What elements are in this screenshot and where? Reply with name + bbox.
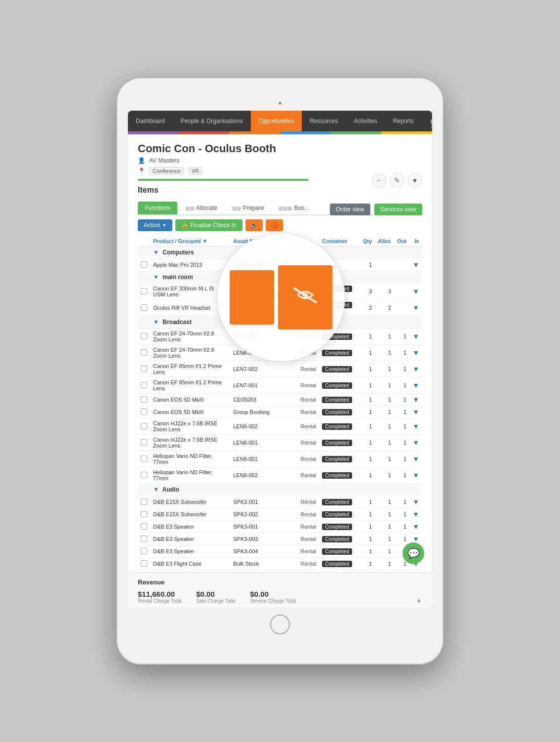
- row-checkbox[interactable]: [141, 333, 147, 339]
- chevron-icon[interactable]: ▼: [412, 408, 419, 416]
- tab-allocate[interactable]: ▦▦ Allocate: [178, 202, 224, 214]
- header-product[interactable]: Product / Grouped ▼: [150, 236, 230, 247]
- row-checkbox[interactable]: [141, 498, 147, 505]
- row-checkbox[interactable]: [141, 536, 147, 542]
- row-checkbox[interactable]: [141, 409, 147, 415]
- row-checkbox[interactable]: [141, 288, 147, 294]
- row-checkbox[interactable]: [141, 439, 147, 446]
- chevron-icon[interactable]: ▼: [412, 381, 419, 389]
- order-view-button[interactable]: Order view: [330, 204, 370, 215]
- status-badge: Completed: [322, 397, 352, 403]
- finalise-checkin-button[interactable]: 🔒 Finalise Check-In: [175, 219, 242, 231]
- row-checkbox[interactable]: [141, 560, 147, 567]
- favorite-button[interactable]: ♥: [407, 173, 422, 188]
- hide-button[interactable]: 🚫: [266, 219, 283, 231]
- item-in: ▼: [409, 284, 422, 300]
- pin-icon: 📍: [138, 167, 145, 174]
- row-checkbox[interactable]: [141, 548, 147, 554]
- nav-dashboard[interactable]: Dashboard: [128, 111, 173, 131]
- title-area: Comic Con - Oculus Booth 👤 AV Masters 📍 …: [128, 134, 432, 202]
- header-checkbox: [138, 236, 150, 247]
- tag-vr[interactable]: VR: [188, 167, 202, 175]
- chevron-icon[interactable]: ▼: [412, 439, 419, 447]
- item-out: 1: [394, 496, 409, 508]
- chevron-icon[interactable]: ▼: [412, 422, 419, 430]
- ipad-home-button[interactable]: [270, 615, 290, 634]
- ipad-frame: Dashboard People & Organisations Opportu…: [117, 78, 443, 664]
- tab-book[interactable]: ▦▦▦ Boo...: [272, 202, 316, 214]
- rental-desc: Rental Charge Total: [138, 598, 181, 604]
- row-checkbox[interactable]: [141, 511, 147, 517]
- chevron-icon[interactable]: ▼: [412, 365, 419, 373]
- action-button[interactable]: Action ▼: [138, 219, 172, 231]
- tab-functions[interactable]: Functions: [138, 202, 177, 214]
- item-qty: 1: [360, 329, 375, 345]
- row-checkbox[interactable]: [141, 396, 147, 403]
- chevron-icon[interactable]: ▼: [412, 304, 419, 312]
- nav-activities[interactable]: Activities: [346, 111, 385, 131]
- chevron-icon[interactable]: ▼: [412, 523, 419, 531]
- back-button[interactable]: ←: [372, 173, 387, 188]
- mute-button[interactable]: 🔈: [245, 219, 263, 231]
- tag-conference[interactable]: Conference: [149, 167, 184, 175]
- item-status: Completed: [319, 451, 360, 467]
- table-row: D&B E15X Subwoofer SPK2-002 Rental Compl…: [138, 508, 422, 521]
- chevron-icon[interactable]: ▼: [412, 288, 419, 295]
- row-checkbox[interactable]: [141, 455, 147, 462]
- nav-resources[interactable]: Resources: [302, 111, 346, 131]
- chevron-icon[interactable]: ▼: [412, 498, 419, 506]
- ipad-top-button: [279, 102, 281, 105]
- item-out: 1: [394, 521, 409, 533]
- chevron-icon[interactable]: ▼: [412, 471, 419, 479]
- row-checkbox[interactable]: [141, 349, 147, 356]
- item-status: Completed: [319, 435, 360, 451]
- row-checkbox[interactable]: [141, 423, 147, 429]
- item-qty: 2: [360, 300, 375, 316]
- status-badge: Completed: [322, 561, 352, 567]
- chevron-icon[interactable]: ▼: [412, 349, 419, 357]
- nav-opportunities[interactable]: Opportunities: [251, 111, 302, 131]
- item-qty: 1: [360, 533, 375, 545]
- row-checkbox[interactable]: [141, 523, 147, 530]
- item-status: Completed: [319, 521, 360, 533]
- table-row: Heliopan Vario ND Filter, 77mm LEN9-002 …: [138, 467, 422, 484]
- chevron-icon[interactable]: ▼: [412, 510, 419, 518]
- item-qty: 1: [360, 467, 375, 484]
- chevron-icon[interactable]: ▼: [412, 261, 419, 269]
- revenue-items: $11,660.00 Rental Charge Total $0.00 Sal…: [138, 590, 422, 604]
- chevron-icon[interactable]: ▼: [412, 455, 419, 463]
- page-meta: 👤 AV Masters: [138, 157, 422, 164]
- asset-number: Bulk Stock: [230, 558, 297, 570]
- row-checkbox[interactable]: [141, 382, 147, 388]
- chevron-icon[interactable]: ▼: [412, 332, 419, 340]
- item-in: ▼: [409, 467, 422, 484]
- table-group-header[interactable]: ▼ Audio: [138, 484, 422, 496]
- scroll-up-arrow[interactable]: ▲: [415, 596, 422, 604]
- services-view-button[interactable]: Services view: [374, 204, 422, 215]
- table-row: Canon HJ22e x 7.6B IRSE Zoom Lens LEN8-0…: [138, 418, 422, 435]
- item-status: Completed: [319, 496, 360, 508]
- item-alloc: 1: [375, 451, 394, 467]
- progress-bar: [138, 179, 309, 181]
- edit-button[interactable]: ✎: [390, 173, 404, 188]
- row-checkbox[interactable]: [141, 304, 147, 311]
- table-row: Canon EF 85mm f/1.2 Prime Lens LEN7-002 …: [138, 361, 422, 377]
- item-qty: 1: [360, 406, 375, 418]
- chevron-icon[interactable]: ▼: [412, 396, 419, 404]
- nav-people[interactable]: People & Organisations: [173, 111, 251, 131]
- magnifier-overlay: [217, 233, 345, 362]
- table-row: D&B E3 Speaker SPK3-001 Rental Completed…: [138, 521, 422, 533]
- item-qty: 1: [360, 345, 375, 361]
- nav-reports[interactable]: Reports: [385, 111, 422, 131]
- table-row: Canon EOS 5D MkIII CE0S003 Rental Comple…: [138, 394, 422, 406]
- revenue-rental: $11,660.00 Rental Charge Total: [138, 590, 181, 604]
- status-badge: Completed: [322, 409, 352, 415]
- item-qty: 1: [360, 418, 375, 435]
- tab-prepare[interactable]: ▦▦ Prepare: [225, 202, 271, 214]
- row-checkbox[interactable]: [141, 366, 147, 372]
- chevron-icon[interactable]: ▼: [412, 535, 419, 543]
- chat-button[interactable]: 💬: [402, 542, 424, 564]
- row-checkbox[interactable]: [141, 472, 147, 478]
- row-checkbox[interactable]: [141, 261, 147, 268]
- item-type: Rental: [298, 558, 320, 570]
